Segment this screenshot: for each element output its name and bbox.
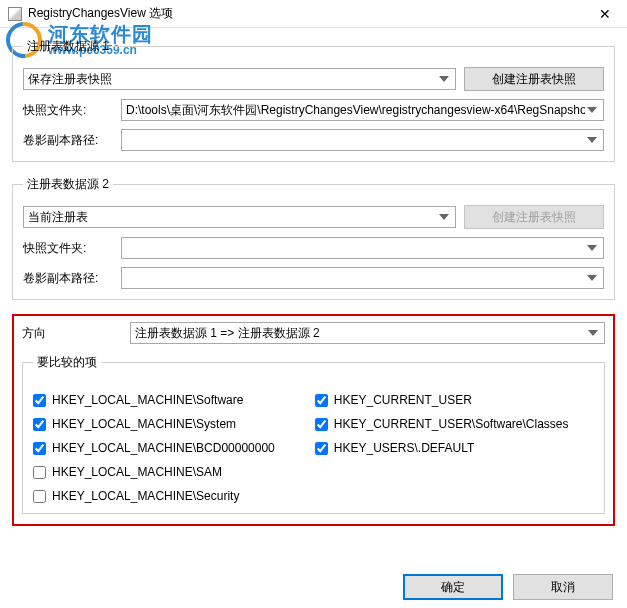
compare-label: HKEY_LOCAL_MACHINE\SAM <box>52 465 222 479</box>
compare-label: HKEY_LOCAL_MACHINE\System <box>52 417 236 431</box>
compare-checkbox[interactable] <box>33 394 46 407</box>
source1-folder-select[interactable]: D:\tools\桌面\河东软件园\RegistryChangesView\re… <box>121 99 604 121</box>
compare-item-right-0[interactable]: HKEY_CURRENT_USER <box>315 393 569 407</box>
compare-checkbox[interactable] <box>315 394 328 407</box>
close-button[interactable]: ✕ <box>583 0 627 28</box>
compare-label: HKEY_CURRENT_USER\Software\Classes <box>334 417 569 431</box>
compare-checkbox[interactable] <box>33 442 46 455</box>
compare-checkbox[interactable] <box>33 466 46 479</box>
compare-label: HKEY_CURRENT_USER <box>334 393 472 407</box>
source1-create-snapshot-button[interactable]: 创建注册表快照 <box>464 67 604 91</box>
group-compare: 要比较的项 HKEY_LOCAL_MACHINE\SoftwareHKEY_LO… <box>22 354 605 514</box>
compare-label: HKEY_LOCAL_MACHINE\Security <box>52 489 239 503</box>
compare-item-left-2[interactable]: HKEY_LOCAL_MACHINE\BCD00000000 <box>33 441 275 455</box>
source2-folder-select[interactable] <box>121 237 604 259</box>
compare-item-left-1[interactable]: HKEY_LOCAL_MACHINE\System <box>33 417 275 431</box>
compare-checkbox[interactable] <box>315 442 328 455</box>
ok-button[interactable]: 确定 <box>403 574 503 600</box>
window-title: RegistryChangesView 选项 <box>28 5 173 22</box>
compare-label: HKEY_LOCAL_MACHINE\Software <box>52 393 243 407</box>
compare-item-left-3[interactable]: HKEY_LOCAL_MACHINE\SAM <box>33 465 275 479</box>
source2-shadow-select[interactable] <box>121 267 604 289</box>
compare-item-left-4[interactable]: HKEY_LOCAL_MACHINE\Security <box>33 489 275 503</box>
dialog-footer: 确定 取消 <box>403 574 613 600</box>
group-source-2-legend: 注册表数据源 2 <box>23 176 113 193</box>
highlighted-section: 方向 注册表数据源 1 => 注册表数据源 2 要比较的项 HKEY_LOCAL… <box>12 314 615 526</box>
title-bar: RegistryChangesView 选项 ✕ <box>0 0 627 28</box>
compare-label: HKEY_LOCAL_MACHINE\BCD00000000 <box>52 441 275 455</box>
source1-folder-label: 快照文件夹: <box>23 102 113 119</box>
app-icon <box>8 7 22 21</box>
group-source-1: 注册表数据源 1 保存注册表快照 创建注册表快照 快照文件夹: D:\tools… <box>12 38 615 162</box>
source2-mode-select[interactable]: 当前注册表 <box>23 206 456 228</box>
group-source-1-legend: 注册表数据源 1 <box>23 38 113 55</box>
compare-item-right-2[interactable]: HKEY_USERS\.DEFAULT <box>315 441 569 455</box>
source2-create-snapshot-button: 创建注册表快照 <box>464 205 604 229</box>
source1-shadow-select[interactable] <box>121 129 604 151</box>
direction-label: 方向 <box>22 325 122 342</box>
cancel-button[interactable]: 取消 <box>513 574 613 600</box>
compare-checkbox[interactable] <box>33 490 46 503</box>
compare-label: HKEY_USERS\.DEFAULT <box>334 441 474 455</box>
group-source-2: 注册表数据源 2 当前注册表 创建注册表快照 快照文件夹: 卷影副本路径: <box>12 176 615 300</box>
compare-checkbox[interactable] <box>315 418 328 431</box>
direction-select[interactable]: 注册表数据源 1 => 注册表数据源 2 <box>130 322 605 344</box>
source1-shadow-label: 卷影副本路径: <box>23 132 113 149</box>
compare-item-left-0[interactable]: HKEY_LOCAL_MACHINE\Software <box>33 393 275 407</box>
group-compare-legend: 要比较的项 <box>33 354 101 371</box>
compare-item-right-1[interactable]: HKEY_CURRENT_USER\Software\Classes <box>315 417 569 431</box>
compare-checkbox[interactable] <box>33 418 46 431</box>
source2-shadow-label: 卷影副本路径: <box>23 270 113 287</box>
source2-folder-label: 快照文件夹: <box>23 240 113 257</box>
source1-mode-select[interactable]: 保存注册表快照 <box>23 68 456 90</box>
